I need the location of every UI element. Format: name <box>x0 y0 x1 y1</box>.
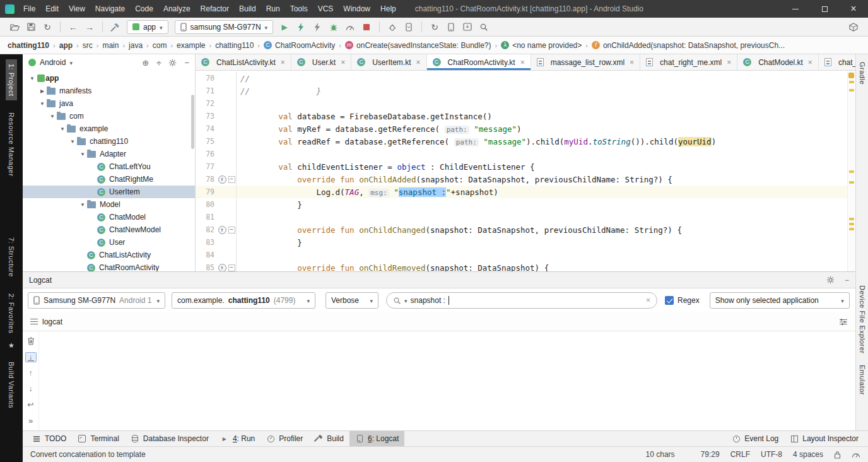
tree-item-adapter[interactable]: ▼Adapter <box>23 148 195 160</box>
attach-debugger-icon[interactable] <box>385 20 399 35</box>
tab-chat-right-me-xml[interactable]: chat_right_me.xml <box>640 54 737 70</box>
menu-help[interactable]: Help <box>375 2 401 16</box>
line-number[interactable]: 83 <box>196 238 217 247</box>
code-text[interactable]: val myRef = database.getReference( path:… <box>237 124 522 134</box>
hide-panel-icon[interactable] <box>184 58 189 68</box>
tree-chevron-icon[interactable]: ▼ <box>78 202 87 208</box>
warning-stripe-mark[interactable] <box>849 218 854 220</box>
line-number[interactable]: 79 <box>196 187 217 196</box>
clear-search-icon[interactable] <box>646 296 650 305</box>
tool-stripe-emulator[interactable]: Emulator <box>859 364 866 396</box>
menu-analyze[interactable]: Analyze <box>158 2 196 16</box>
line-number[interactable]: 85 <box>196 263 217 271</box>
line-number[interactable]: 70 <box>196 74 217 83</box>
editor-error-stripe[interactable] <box>847 71 855 271</box>
apply-changes-icon[interactable] <box>294 20 308 35</box>
line-number[interactable]: 74 <box>196 124 217 133</box>
menu-code[interactable]: Code <box>130 2 158 16</box>
tree-item-manifests[interactable]: ▶manifests <box>23 85 195 97</box>
tab-close-icon[interactable] <box>281 58 285 67</box>
code-text[interactable]: override fun onChildRemoved(snapshot: Da… <box>237 263 549 272</box>
project-scrollbar[interactable] <box>191 95 194 149</box>
tool-stripe-7-structure[interactable]: 7: Structure <box>6 233 17 281</box>
tool-stripe-device-file-explorer[interactable]: Device File Explorer <box>859 284 866 355</box>
sdk-manager-icon[interactable] <box>460 20 474 35</box>
logcat-search-input[interactable]: snapshot : <box>386 292 657 309</box>
menu-vcs[interactable]: VCS <box>313 2 339 16</box>
code-text[interactable]: // } <box>237 86 321 96</box>
selection-info[interactable]: 10 chars <box>646 450 675 459</box>
close-button[interactable] <box>839 0 868 18</box>
menu-navigate[interactable]: Navigate <box>90 2 130 16</box>
tool-button-todo[interactable]: TODO <box>26 431 72 446</box>
override-marker-icon[interactable] <box>217 175 227 184</box>
chevron-down-icon[interactable] <box>69 58 73 67</box>
logcat-filter-dropdown[interactable]: Show only selected application <box>710 292 850 309</box>
device-dropdown[interactable]: samsung SM-G977N <box>175 20 274 34</box>
tool-button-database-inspector[interactable]: Database Inspector <box>125 431 214 446</box>
line-number[interactable]: 77 <box>196 162 217 171</box>
line-number[interactable]: 82 <box>196 225 217 234</box>
tab-chat-left-y[interactable]: chat_left_y <box>819 54 855 70</box>
tree-chevron-icon[interactable]: ▼ <box>28 76 37 81</box>
code-text[interactable]: } <box>237 200 302 210</box>
tab-chatmodel-kt[interactable]: ChatModel.kt <box>737 54 819 70</box>
fold-marker-icon[interactable] <box>227 173 237 186</box>
line-number[interactable]: 71 <box>196 86 217 95</box>
code-text[interactable]: } <box>237 238 302 247</box>
tool-button-terminal[interactable]: Terminal <box>72 431 124 446</box>
breadcrumb-item-no-name-provided[interactable]: λ<no name provided> <box>501 41 582 50</box>
collapse-all-icon[interactable] <box>156 58 161 68</box>
locate-file-icon[interactable] <box>142 58 149 68</box>
tab-close-icon[interactable] <box>630 58 634 67</box>
tab-chatroomactivity-kt[interactable]: ChatRoomActivity.kt <box>427 54 531 70</box>
sync-icon[interactable] <box>40 20 54 35</box>
logcat-settings-gear-icon[interactable] <box>826 276 835 284</box>
build-hammer-icon[interactable] <box>108 20 122 35</box>
minimize-button[interactable] <box>781 0 810 18</box>
warning-stripe-mark[interactable] <box>849 170 854 173</box>
tree-item-chatleftyou[interactable]: ChatLeftYou <box>23 160 195 173</box>
menu-build[interactable]: Build <box>234 2 261 16</box>
package-icon[interactable] <box>847 20 860 35</box>
tree-item-chatnewmodel[interactable]: ChatNewModel <box>23 223 195 236</box>
code-text[interactable]: val childEventListener = object : ChildE… <box>237 162 535 172</box>
log-level-dropdown[interactable]: Verbose <box>326 292 378 309</box>
clear-logcat-icon[interactable] <box>25 336 37 346</box>
tab-close-icon[interactable] <box>727 58 731 67</box>
run-config-dropdown[interactable]: app <box>127 20 168 34</box>
tool-stripe-2-favorites[interactable]: 2: Favorites <box>6 289 17 338</box>
breadcrumb-item-app[interactable]: app <box>59 41 73 50</box>
logcat-device-dropdown[interactable]: Samsung SM-G977N Android 1 <box>28 292 165 309</box>
tree-item-chatmodel[interactable]: ChatModel <box>23 211 195 223</box>
more-tools-icon[interactable] <box>25 415 37 425</box>
tree-chevron-icon[interactable]: ▶ <box>38 88 47 94</box>
warning-stripe-mark[interactable] <box>849 223 854 225</box>
tree-chevron-icon[interactable]: ▼ <box>38 101 47 107</box>
tab-massage-list-row-xml[interactable]: massage_list_row.xml <box>531 54 640 70</box>
back-icon[interactable] <box>66 20 80 35</box>
tool-button-layout-inspector[interactable]: Layout Inspector <box>784 431 864 446</box>
tab-close-icon[interactable] <box>341 58 345 67</box>
capture-screenshot-icon[interactable] <box>402 20 416 35</box>
tree-item-chatlistactivity[interactable]: ChatListActivity <box>23 249 195 261</box>
tool-button-profiler[interactable]: Profiler <box>261 431 308 446</box>
tree-item-com[interactable]: ▼com <box>23 110 195 122</box>
breadcrumb-item-com[interactable]: com <box>153 41 167 50</box>
tree-chevron-icon[interactable]: ▼ <box>78 151 87 157</box>
menu-run[interactable]: Run <box>261 2 285 16</box>
breadcrumb-item-src[interactable]: src <box>83 41 93 50</box>
forward-icon[interactable] <box>83 20 97 35</box>
menu-tools[interactable]: Tools <box>285 2 313 16</box>
menu-window[interactable]: Window <box>338 2 375 16</box>
menu-file[interactable]: File <box>18 2 40 16</box>
tree-item-example[interactable]: ▼example <box>23 122 195 135</box>
tab-close-icon[interactable] <box>808 58 812 67</box>
tree-chevron-icon[interactable]: ▼ <box>68 139 77 145</box>
line-number[interactable]: 84 <box>196 251 217 259</box>
search-everywhere-icon[interactable] <box>477 20 491 35</box>
line-number[interactable]: 80 <box>196 200 217 209</box>
profile-button[interactable] <box>343 20 357 35</box>
up-stack-trace-icon[interactable] <box>25 368 37 378</box>
tool-stripe-gradle[interactable]: Gradle <box>859 61 866 86</box>
